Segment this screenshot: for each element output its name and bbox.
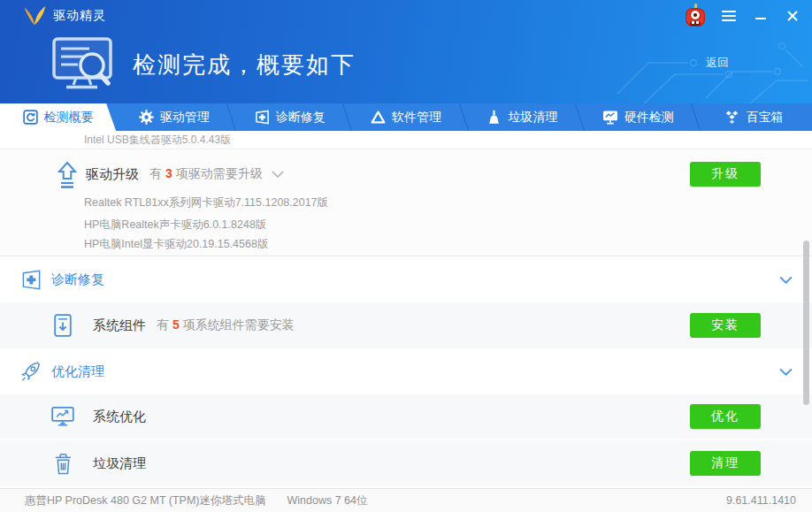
app-title: 驱动精灵 [53,8,106,24]
upgrade-count: 3 [165,166,172,180]
toolbox-icon [724,110,739,125]
mascot-icon[interactable] [685,4,706,28]
summary-suffix: 项驱动需要升级 [176,166,263,180]
tab-label: 硬件检测 [624,110,674,126]
scan-summary-icon [23,110,38,125]
driver-upgrade-title: 驱动升级 [86,166,139,183]
app-window: 驱动精灵 [0,0,812,512]
upload-arrow-icon [57,161,78,192]
driver-item: HP电脑Realtek声卡驱动6.0.1.8248版 [84,218,266,233]
chevron-down-icon[interactable] [779,368,793,376]
app-version: 9.61.411.1410 [726,494,796,507]
summary-suffix: 项系统组件需要安装 [183,317,295,332]
hamburger-menu-icon[interactable] [720,7,738,25]
component-count: 5 [172,317,180,332]
close-icon[interactable] [784,7,801,25]
tab-label: 驱动管理 [160,110,210,126]
system-component-row: 系统组件 有5项系统组件需要安装 安装 [0,302,812,348]
driver-upgrade-section: 驱动升级 有3项驱动需要升级 升级 Realtek RTL81xx系列网卡驱动7… [0,149,812,256]
content-area: Intel USB集线器驱动5.0.4.43版 驱动升级 有3项驱动需要升级 升… [0,131,812,488]
upgrade-button[interactable]: 升级 [690,162,761,187]
install-button[interactable]: 安装 [690,313,761,338]
gear-icon [139,110,154,125]
monitor-chart-icon [51,406,74,427]
system-optimize-title: 系统优化 [93,409,146,425]
rocket-icon [19,360,42,384]
top-banner: 驱动精灵 [0,0,812,103]
clean-button[interactable]: 清理 [690,451,761,476]
driver-item: Realtek RTL81xx系列网卡驱动7.115.1208.2017版 [84,195,328,210]
system-optimize-row: 系统优化 优化 [0,394,812,439]
summary-prefix: 有 [157,317,169,332]
driver-item-label: Intel USB集线器驱动5.0.4.43版 [84,133,231,148]
driver-upgrade-headline: 驱动升级 有3项驱动需要升级 [86,149,284,199]
computer-model: 惠普HP ProDesk 480 G2 MT (TPM)迷你塔式电脑 [25,493,266,508]
diagnose-section-title: 诊断修复 [51,271,104,288]
minimize-icon[interactable] [752,7,770,25]
tab-junk-clean[interactable]: 垃圾清理 [464,103,580,131]
tab-label: 诊断修复 [276,110,326,126]
hardware-monitor-icon [602,110,618,125]
status-bar: 惠普HP ProDesk 480 G2 MT (TPM)迷你塔式电脑 Windo… [0,488,812,512]
titlebar-controls [685,4,801,28]
header-banner: 检测完成，概要如下 返回 [0,32,812,103]
diagnose-section-header: 诊断修复 [0,256,812,302]
app-logo-icon [21,5,48,27]
tab-hardware-detect[interactable]: 硬件检测 [580,103,696,131]
optimize-section-header: 优化清理 [0,348,812,394]
tab-bar: 检测概要 驱动管理 [0,103,812,131]
repair-cross-icon [19,269,42,291]
tab-diagnose-repair[interactable]: 诊断修复 [232,103,348,131]
repair-cross-icon [255,110,270,125]
tab-label: 百宝箱 [746,110,783,126]
junk-clean-row: 垃圾清理 清理 [0,440,812,486]
scrolled-driver-item: Intel USB集线器驱动5.0.4.43版 [0,131,812,149]
chevron-down-icon[interactable] [779,276,793,284]
system-component-title: 系统组件 [93,317,146,334]
software-triangle-icon [371,110,386,125]
tab-label: 垃圾清理 [508,110,557,126]
download-box-icon [51,314,74,337]
system-component-summary: 有5项系统组件需要安装 [157,317,295,333]
tab-label: 检测概要 [44,110,94,126]
driver-upgrade-summary: 有3项驱动需要升级 [149,166,263,182]
scrollbar-thumb[interactable] [803,241,809,405]
driver-item: HP电脑Intel显卡驱动20.19.15.4568版 [84,237,268,252]
trash-icon [51,453,74,475]
back-link[interactable]: 返回 [706,55,729,71]
broom-icon [486,110,502,125]
tab-toolbox[interactable]: 百宝箱 [696,103,812,131]
junk-clean-title: 垃圾清理 [93,455,146,472]
summary-prefix: 有 [149,166,162,180]
scan-monitor-icon [51,36,119,98]
page-title: 检测完成，概要如下 [133,50,356,80]
chevron-down-icon[interactable] [272,171,284,178]
tab-driver-management[interactable]: 驱动管理 [116,103,232,131]
optimize-section-title: 优化清理 [51,363,104,380]
optimize-button[interactable]: 优化 [690,404,761,429]
os-version: Windows 7 64位 [287,493,368,508]
titlebar: 驱动精灵 [0,0,812,32]
tab-detection-summary[interactable]: 检测概要 [0,103,116,131]
tab-label: 软件管理 [392,110,441,126]
tab-software-management[interactable]: 软件管理 [348,103,463,131]
